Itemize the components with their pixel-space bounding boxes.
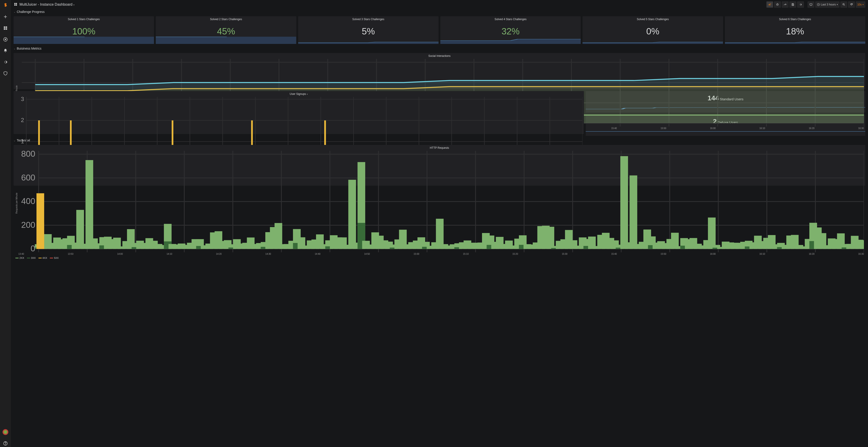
panel-solved-4-stars[interactable]: Solved 4 Stars Challenges 32% (440, 16, 581, 44)
svg-rect-126 (86, 160, 93, 249)
svg-text:0: 0 (31, 244, 35, 252)
svg-marker-24 (725, 42, 865, 44)
svg-rect-8 (16, 3, 17, 4)
svg-rect-11 (769, 4, 769, 5)
tv-mode-button[interactable] (808, 1, 814, 8)
svg-rect-191 (348, 180, 356, 249)
time-range-picker[interactable]: Last 3 hours▾ (815, 1, 839, 8)
topbar: MultiJuicer - Instance Dashboard▾ Last 3… (11, 0, 868, 9)
grafana-logo[interactable] (2, 2, 9, 9)
dashboard-title[interactable]: MultiJuicer - Instance Dashboard▾ (20, 2, 74, 6)
add-panel-button[interactable] (766, 1, 773, 8)
panel-solved-2-stars[interactable]: Solved 2 Stars Challenges 45% (156, 16, 296, 44)
bell-icon[interactable] (2, 47, 9, 54)
zoom-out-button[interactable] (840, 1, 847, 8)
svg-marker-21 (298, 42, 438, 44)
nav-sidebar (0, 0, 11, 447)
plus-icon[interactable] (2, 13, 9, 20)
panel-solved-6-stars[interactable]: Solved 6 Stars Challenges 18% (725, 16, 865, 44)
svg-rect-259 (620, 156, 628, 249)
legend-5XX[interactable]: 5XX (50, 257, 59, 259)
star-button[interactable] (774, 1, 781, 8)
svg-text:400: 400 (21, 196, 35, 206)
svg-rect-261 (630, 176, 637, 249)
svg-text:2: 2 (21, 117, 24, 123)
legend-3XX[interactable]: 3XX (27, 257, 36, 259)
shield-icon[interactable] (2, 70, 9, 77)
svg-rect-1 (6, 27, 7, 28)
avatar[interactable] (2, 428, 9, 436)
gear-icon[interactable] (2, 58, 9, 66)
refresh-button[interactable] (848, 1, 855, 8)
panel-solved-1-stars[interactable]: Solved 1 Stars Challenges 100% (13, 16, 154, 44)
panel-http-requests[interactable]: HTTP Requests Requests per Minute 020040… (13, 145, 865, 186)
apps-icon[interactable] (2, 25, 9, 32)
svg-rect-3 (6, 28, 7, 30)
panel-user-signups[interactable]: User Signups▾ 0123 13:4013:5014:0014:101… (13, 91, 584, 134)
svg-rect-15 (792, 5, 793, 6)
svg-rect-320 (36, 193, 44, 249)
svg-rect-9 (14, 4, 16, 5)
svg-rect-12 (769, 4, 770, 5)
svg-rect-240 (547, 227, 554, 249)
panel-social-interactions[interactable]: Social Interactions Orders per Minute 01… (13, 53, 865, 89)
svg-point-6 (5, 444, 6, 445)
svg-text:600: 600 (21, 173, 35, 182)
svg-rect-7 (14, 3, 16, 4)
svg-marker-22 (440, 39, 581, 44)
svg-rect-16 (810, 4, 812, 5)
svg-rect-318 (860, 240, 864, 249)
svg-marker-20 (156, 37, 296, 44)
dashboards-icon[interactable] (13, 2, 18, 7)
svg-text:1: 1 (21, 138, 24, 145)
svg-rect-124 (76, 210, 84, 249)
share-button[interactable] (782, 1, 788, 8)
row-challenge-progress[interactable]: ⌄ Challenge Progress (13, 9, 865, 14)
legend-4XX[interactable]: 4XX (38, 257, 47, 259)
svg-rect-14 (792, 3, 793, 4)
row-business-metrics[interactable]: ⌄ Buisiness Metrics (13, 46, 865, 51)
svg-marker-23 (583, 42, 723, 44)
refresh-interval[interactable]: 10s▾ (856, 1, 865, 8)
svg-rect-0 (4, 27, 5, 28)
svg-rect-2 (4, 28, 5, 30)
svg-text:200: 200 (21, 220, 35, 230)
chevron-down-icon: ⌄ (13, 11, 16, 13)
help-icon[interactable] (2, 440, 9, 447)
svg-rect-13 (770, 4, 770, 5)
legend-2XX[interactable]: 2XX (16, 257, 24, 259)
panel-solved-5-stars[interactable]: Solved 5 Stars Challenges 0% (583, 16, 723, 44)
svg-text:3: 3 (21, 97, 24, 102)
panel-solved-3-stars[interactable]: Solved 3 Stars Challenges 5% (298, 16, 438, 44)
save-button[interactable] (789, 1, 796, 8)
settings-button[interactable] (797, 1, 804, 8)
chevron-down-icon: ⌄ (13, 47, 16, 50)
svg-rect-280 (708, 218, 716, 249)
svg-text:800: 800 (21, 151, 35, 158)
svg-marker-19 (13, 37, 154, 44)
compass-icon[interactable] (2, 36, 9, 43)
svg-rect-10 (16, 4, 17, 5)
